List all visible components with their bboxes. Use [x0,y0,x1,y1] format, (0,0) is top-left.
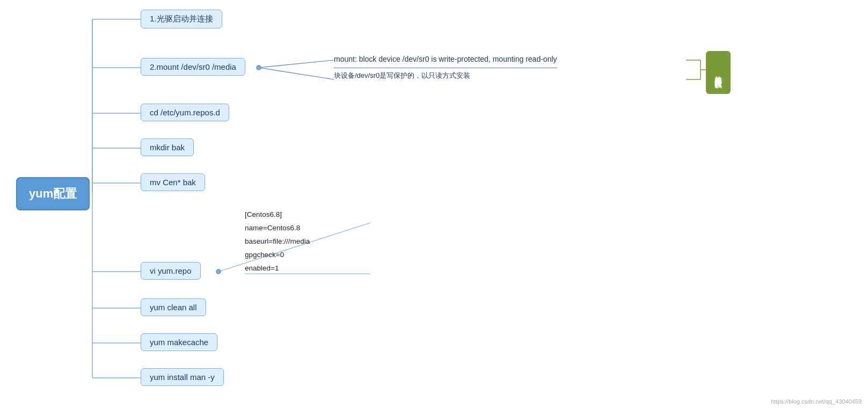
branch-2-label: 2.mount /dev/sr0 /media [150,62,236,71]
root-node: yum配置 [16,177,90,210]
branch-3-label: cd /etc/yum.repos.d [150,108,220,117]
branch-node-8: yum makecache [141,333,217,351]
vi-note-line4: gpgcheck=0 [245,249,310,262]
branch-node-6: vi yum.repo [141,262,201,280]
svg-line-11 [259,60,334,68]
watermark-text: https://blog.csdn.net/qq_43040459 [771,398,862,405]
watermark: https://blog.csdn.net/qq_43040459 [771,398,862,405]
mount-note: mount: block device /dev/sr0 is write-pr… [334,52,557,82]
mount-note-line1: mount: block device /dev/sr0 is write-pr… [334,52,557,68]
branch-8-label: yum makecache [150,338,208,347]
vi-note-line1: [Centos6.8] [245,208,310,222]
branch-4-label: mkdir bak [150,143,185,152]
branch-node-4: mkdir bak [141,138,194,156]
branch-node-7: yum clean all [141,298,206,316]
branch-node-3: cd /etc/yum.repos.d [141,104,229,121]
branch-node-2: 2.mount /dev/sr0 /media [141,58,245,76]
annotation-box: 关机后需要重新执行挂载 [706,51,731,94]
branch-7-label: yum clean all [150,303,197,312]
svg-point-19 [216,269,221,274]
mind-map: yum配置 1.光驱启动并连接 2.mount /dev/sr0 /media … [0,0,868,409]
svg-point-13 [257,65,261,70]
vi-note-line3: baseurl=file:///media [245,235,310,249]
vi-note-line5: enabled=1 [245,262,310,275]
branch-6-label: vi yum.repo [150,266,192,275]
branch-5-label: mv Cen* bak [150,178,196,187]
vi-note-line2: name=Centos6.8 [245,222,310,235]
branch-node-5: mv Cen* bak [141,173,205,191]
branch-node-1: 1.光驱启动并连接 [141,10,222,28]
mount-note-line2: 块设备/dev/sr0是写保护的，以只读方式安装 [334,69,557,83]
svg-line-12 [259,68,334,79]
root-label: yum配置 [29,187,77,200]
branch-node-9: yum install man -y [141,368,224,386]
branch-9-label: yum install man -y [150,373,215,382]
branch-1-label: 1.光驱启动并连接 [150,14,213,23]
annotation-label: 关机后需要重新执行挂载 [713,70,723,76]
vi-note: [Centos6.8] name=Centos6.8 baseurl=file:… [245,208,310,275]
